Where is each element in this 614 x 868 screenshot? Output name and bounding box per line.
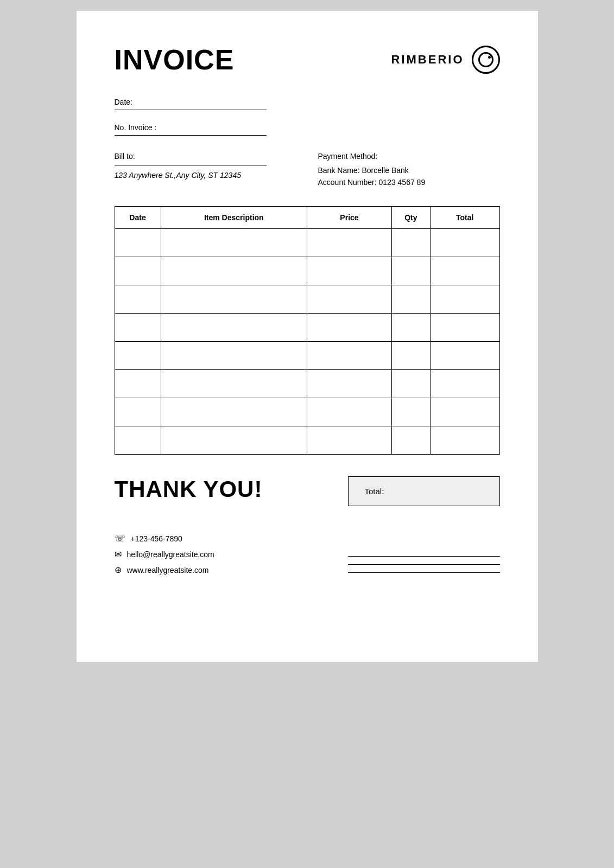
table-row (115, 342, 499, 370)
website-url: www.reallygreatsite.com (127, 566, 209, 575)
table-cell (391, 370, 430, 398)
table-cell (430, 426, 499, 455)
table-cell (391, 426, 430, 455)
table-cell (307, 285, 392, 314)
table-header-row: Date Item Description Price Qty Total (115, 207, 499, 229)
table-cell (430, 398, 499, 426)
table-cell (115, 229, 161, 257)
table-row (115, 426, 499, 455)
invoice-line (115, 135, 267, 136)
footer-line-3 (348, 572, 500, 573)
invoice-page: INVOICE RIMBERIO Date: No. Invoice : Bil… (77, 11, 538, 662)
footer-line-1 (348, 556, 500, 557)
brand-logo (472, 46, 500, 74)
table-cell (391, 285, 430, 314)
table-cell (430, 257, 499, 285)
table-cell (391, 398, 430, 426)
table-cell (307, 314, 392, 342)
table-cell (161, 426, 307, 455)
brand: RIMBERIO (391, 46, 500, 74)
date-line (115, 110, 267, 110)
date-label: Date: (115, 98, 500, 106)
table-cell (161, 285, 307, 314)
payment-label: Payment Method: (318, 152, 500, 161)
table-cell (307, 229, 392, 257)
table-cell (391, 342, 430, 370)
phone-number: +123-456-7890 (131, 534, 182, 543)
billing-line (115, 165, 267, 165)
contact-phone: ☏ +123-456-7890 (115, 533, 214, 544)
meta-section: Date: No. Invoice : (115, 98, 500, 136)
table-cell (307, 426, 392, 455)
table-cell (391, 229, 430, 257)
table-cell (307, 257, 392, 285)
table-cell (307, 398, 392, 426)
web-icon: ⊕ (115, 565, 122, 575)
email-icon: ✉ (115, 549, 122, 559)
table-row (115, 398, 499, 426)
table-cell (307, 370, 392, 398)
account-number: Account Number: 0123 4567 89 (318, 178, 500, 187)
table-cell (430, 229, 499, 257)
col-header-total: Total (430, 207, 499, 229)
brand-name: RIMBERIO (391, 53, 464, 67)
table-row (115, 257, 499, 285)
contact-website: ⊕ www.reallygreatsite.com (115, 565, 214, 575)
table-cell (430, 285, 499, 314)
bottom-section: THANK YOU! Total: (115, 476, 500, 506)
table-cell (161, 342, 307, 370)
table-cell (115, 426, 161, 455)
col-header-date: Date (115, 207, 161, 229)
thank-you: THANK YOU! (115, 476, 263, 502)
footer: ☏ +123-456-7890 ✉ hello@reallygreatsite.… (115, 533, 500, 575)
billing-payment: Bill to: 123 Anywhere St.,Any City, ST 1… (115, 152, 500, 190)
table-cell (161, 229, 307, 257)
table-cell (430, 370, 499, 398)
table-row (115, 370, 499, 398)
table-cell (391, 314, 430, 342)
payment-section: Payment Method: Bank Name: Borcelle Bank… (296, 152, 500, 190)
table-cell (115, 370, 161, 398)
phone-icon: ☏ (115, 533, 125, 544)
col-header-qty: Qty (391, 207, 430, 229)
header: INVOICE RIMBERIO (115, 43, 500, 76)
email-address: hello@reallygreatsite.com (127, 550, 214, 559)
billing-address: 123 Anywhere St.,Any City, ST 12345 (115, 171, 296, 180)
table-cell (115, 342, 161, 370)
invoice-label: No. Invoice : (115, 123, 500, 132)
table-cell (307, 342, 392, 370)
table-cell (430, 314, 499, 342)
invoice-title: INVOICE (115, 43, 235, 76)
col-header-price: Price (307, 207, 392, 229)
total-box: Total: (348, 476, 500, 506)
table-row (115, 229, 499, 257)
col-header-desc: Item Description (161, 207, 307, 229)
footer-contact: ☏ +123-456-7890 ✉ hello@reallygreatsite.… (115, 533, 214, 575)
invoice-table: Date Item Description Price Qty Total (115, 206, 500, 455)
table-cell (115, 257, 161, 285)
table-cell (115, 398, 161, 426)
brand-logo-inner (478, 52, 493, 67)
table-cell (161, 398, 307, 426)
brand-logo-dot (488, 56, 491, 59)
bank-name: Bank Name: Borcelle Bank (318, 166, 500, 175)
table-cell (161, 314, 307, 342)
table-cell (161, 257, 307, 285)
table-cell (115, 314, 161, 342)
billing-label: Bill to: (115, 152, 296, 161)
table-cell (391, 257, 430, 285)
contact-email: ✉ hello@reallygreatsite.com (115, 549, 214, 559)
table-cell (161, 370, 307, 398)
billing-section: Bill to: 123 Anywhere St.,Any City, ST 1… (115, 152, 296, 180)
table-row (115, 285, 499, 314)
table-cell (115, 285, 161, 314)
total-label: Total: (365, 487, 384, 496)
footer-line-2 (348, 564, 500, 565)
footer-lines (348, 556, 500, 575)
table-row (115, 314, 499, 342)
table-cell (430, 342, 499, 370)
